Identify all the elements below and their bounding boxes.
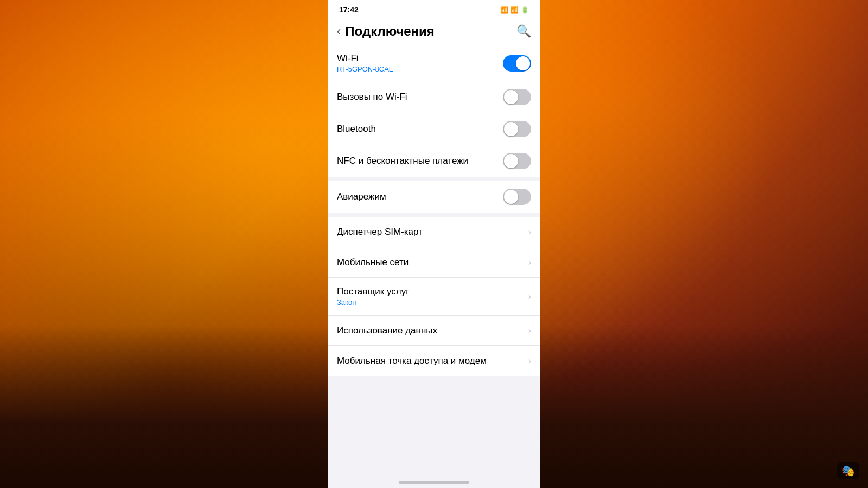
search-button[interactable]: 🔍 xyxy=(516,24,531,38)
settings-list: Wi-Fi RT-5GPON-8CAE Вызовы по Wi-Fi xyxy=(328,46,540,381)
hotspot-label-wrap: Мобильная точка доступа и модем xyxy=(337,356,528,367)
data-usage-label-wrap: Использование данных xyxy=(337,325,528,336)
sim-manager-item[interactable]: Диспетчер SIM-карт › xyxy=(328,217,540,247)
bluetooth-toggle[interactable] xyxy=(503,121,531,137)
home-indicator xyxy=(399,481,469,484)
phone-screen: 17:42 📶 📶 🔋 ‹ Подключения 🔍 Wi-Fi RT-5GP… xyxy=(328,0,540,488)
settings-group-3: Диспетчер SIM-карт › Мобильные сети › По… xyxy=(328,217,540,376)
airplane-toggle[interactable] xyxy=(503,189,531,205)
wifi-label-wrap: Wi-Fi RT-5GPON-8CAE xyxy=(337,53,503,73)
mobile-networks-item[interactable]: Мобильные сети › xyxy=(328,247,540,278)
settings-group-1: Wi-Fi RT-5GPON-8CAE Вызовы по Wi-Fi xyxy=(328,46,540,177)
status-icons: 📶 📶 🔋 xyxy=(500,6,529,14)
wifi-label: Wi-Fi xyxy=(337,53,503,64)
wifi-calls-item[interactable]: Вызовы по Wi-Fi xyxy=(328,81,540,113)
bluetooth-item[interactable]: Bluetooth xyxy=(328,113,540,145)
page-header: ‹ Подключения 🔍 xyxy=(328,20,540,46)
wifi-icon: 📶 xyxy=(500,6,508,14)
wifi-calls-toggle-thumb xyxy=(504,90,518,104)
wifi-toggle[interactable] xyxy=(503,55,531,72)
data-usage-chevron: › xyxy=(528,326,531,336)
service-provider-sublabel: Закон xyxy=(337,298,528,306)
data-usage-item[interactable]: Использование данных › xyxy=(328,316,540,346)
sim-manager-label-wrap: Диспетчер SIM-карт xyxy=(337,227,528,237)
nfc-label-wrap: NFC и бесконтактные платежи xyxy=(337,156,503,166)
bluetooth-label-wrap: Bluetooth xyxy=(337,124,503,134)
wifi-sublabel: RT-5GPON-8CAE xyxy=(337,65,503,73)
watermark-icon: 🎭 xyxy=(841,465,855,477)
nfc-item[interactable]: NFC и бесконтактные платежи xyxy=(328,145,540,177)
airplane-label: Авиарежим xyxy=(337,191,503,202)
sim-manager-label: Диспетчер SIM-карт xyxy=(337,227,528,237)
service-provider-label: Поставщик услуг xyxy=(337,286,528,297)
sim-manager-chevron: › xyxy=(528,227,531,237)
battery-icon: 🔋 xyxy=(521,6,529,14)
hotspot-label: Мобильная точка доступа и модем xyxy=(337,356,528,367)
bluetooth-toggle-thumb xyxy=(504,122,518,136)
airplane-toggle-thumb xyxy=(504,190,518,204)
airplane-label-wrap: Авиарежим xyxy=(337,191,503,202)
signal-icon: 📶 xyxy=(510,6,519,14)
header-left: ‹ Подключения xyxy=(337,24,435,39)
nfc-label: NFC и бесконтактные платежи xyxy=(337,156,503,166)
data-usage-label: Использование данных xyxy=(337,325,528,336)
wifi-calls-label: Вызовы по Wi-Fi xyxy=(337,92,503,102)
wifi-calls-label-wrap: Вызовы по Wi-Fi xyxy=(337,92,503,102)
status-bar: 17:42 📶 📶 🔋 xyxy=(328,0,540,20)
mobile-networks-label: Мобильные сети xyxy=(337,257,528,268)
page-title: Подключения xyxy=(345,24,435,39)
back-button[interactable]: ‹ xyxy=(337,25,341,37)
airplane-item[interactable]: Авиарежим xyxy=(328,181,540,213)
wifi-calls-toggle[interactable] xyxy=(503,89,531,105)
service-provider-label-wrap: Поставщик услуг Закон xyxy=(337,286,528,306)
wifi-item[interactable]: Wi-Fi RT-5GPON-8CAE xyxy=(328,46,540,81)
hotspot-chevron: › xyxy=(528,356,531,366)
settings-group-2: Авиарежим xyxy=(328,181,540,213)
watermark: 🎭 xyxy=(837,462,859,479)
wifi-toggle-thumb xyxy=(516,56,530,70)
mobile-networks-label-wrap: Мобильные сети xyxy=(337,257,528,268)
nfc-toggle-thumb xyxy=(504,154,518,168)
status-time: 17:42 xyxy=(339,5,359,14)
service-provider-item[interactable]: Поставщик услуг Закон › xyxy=(328,278,540,316)
nfc-toggle[interactable] xyxy=(503,153,531,169)
service-provider-chevron: › xyxy=(528,292,531,301)
hotspot-item[interactable]: Мобильная точка доступа и модем › xyxy=(328,346,540,376)
mobile-networks-chevron: › xyxy=(528,258,531,267)
bluetooth-label: Bluetooth xyxy=(337,124,503,134)
